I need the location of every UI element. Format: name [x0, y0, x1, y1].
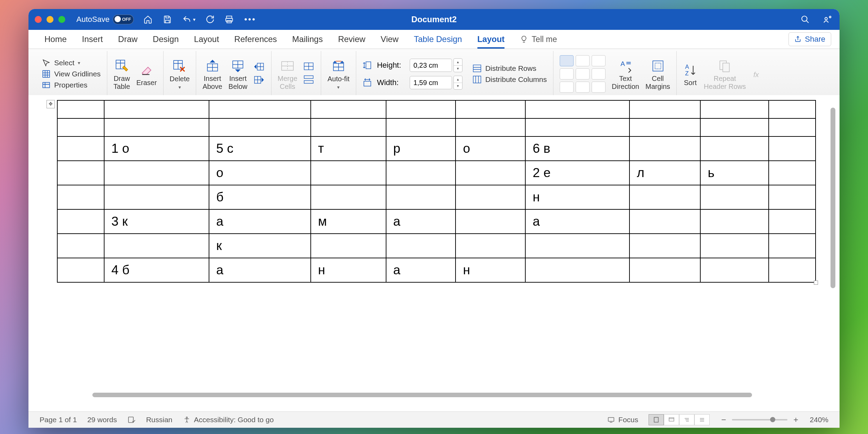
table-cell[interactable] — [57, 161, 104, 185]
autofit-button[interactable]: Auto-fit ▾ — [327, 58, 349, 90]
print-layout-view[interactable] — [649, 414, 664, 425]
table-cell[interactable]: о — [456, 136, 525, 161]
table-cell[interactable] — [769, 100, 816, 118]
print-icon[interactable] — [224, 15, 234, 24]
draft-view[interactable] — [694, 414, 710, 425]
table-cell[interactable] — [57, 258, 104, 282]
insert-left-button[interactable] — [254, 62, 265, 73]
text-direction-button[interactable]: A Text Direction — [612, 57, 639, 91]
align-mid-left[interactable] — [560, 68, 574, 80]
table-cell[interactable] — [769, 118, 816, 136]
table-cell[interactable] — [769, 185, 816, 209]
width-spinner[interactable]: ▴▾ — [453, 76, 462, 90]
table-cell[interactable] — [57, 185, 104, 209]
tab-review[interactable]: Review — [331, 30, 373, 49]
table-cell[interactable] — [104, 234, 209, 258]
split-table-button[interactable] — [303, 75, 315, 86]
undo-group[interactable]: ▾ — [182, 15, 195, 24]
table-cell[interactable] — [57, 136, 104, 161]
redo-icon[interactable] — [205, 15, 215, 24]
table-cell[interactable] — [456, 209, 525, 234]
insert-below-button[interactable]: Insert Below — [228, 57, 247, 91]
table-cell[interactable] — [456, 118, 525, 136]
table-cell[interactable] — [629, 136, 700, 161]
tab-home[interactable]: Home — [37, 30, 74, 49]
table-cell[interactable]: о — [209, 161, 311, 185]
zoom-thumb[interactable] — [770, 417, 775, 422]
table-cell[interactable]: к — [209, 234, 311, 258]
accessibility-status[interactable]: Accessibility: Good to go — [183, 416, 274, 424]
select-button[interactable]: Select ▾ — [42, 58, 101, 67]
zoom-slider[interactable] — [732, 419, 787, 420]
table-cell[interactable] — [456, 234, 525, 258]
table-cell[interactable]: м — [311, 209, 386, 234]
table-cell[interactable] — [700, 234, 769, 258]
content-table[interactable]: 1 о5 стро6 во2 ельбн3 камаак4 банан — [57, 100, 816, 283]
table-resize-handle[interactable] — [814, 281, 818, 285]
search-icon[interactable] — [800, 15, 810, 24]
table-cell[interactable] — [629, 258, 700, 282]
table-cell[interactable]: ь — [700, 161, 769, 185]
spellcheck-icon[interactable] — [127, 416, 136, 424]
table-cell[interactable]: 3 к — [104, 209, 209, 234]
table-cell[interactable]: а — [209, 258, 311, 282]
table-cell[interactable] — [104, 100, 209, 118]
table-cell[interactable] — [386, 118, 456, 136]
vertical-scrollbar[interactable] — [831, 108, 835, 288]
tab-design[interactable]: Design — [145, 30, 186, 49]
table-cell[interactable] — [525, 258, 629, 282]
table-cell[interactable] — [57, 209, 104, 234]
tab-view[interactable]: View — [373, 30, 406, 49]
width-input[interactable] — [410, 76, 452, 89]
table-cell[interactable] — [769, 161, 816, 185]
table-cell[interactable] — [386, 161, 456, 185]
minimize-window-button[interactable] — [47, 16, 53, 23]
table-cell[interactable]: 1 о — [104, 136, 209, 161]
table-cell[interactable] — [525, 118, 629, 136]
insert-above-button[interactable]: Insert Above — [202, 57, 222, 91]
table-cell[interactable] — [311, 100, 386, 118]
table-cell[interactable]: т — [311, 136, 386, 161]
table-cell[interactable] — [525, 100, 629, 118]
table-cell[interactable] — [629, 100, 700, 118]
table-cell[interactable]: а — [209, 209, 311, 234]
split-cells-button[interactable] — [303, 62, 315, 73]
autosave-control[interactable]: AutoSave OFF — [76, 15, 134, 24]
sort-button[interactable]: AZ Sort — [683, 61, 698, 87]
table-cell[interactable] — [769, 209, 816, 234]
align-bot-right[interactable] — [592, 82, 606, 93]
table-cell[interactable] — [700, 185, 769, 209]
web-layout-view[interactable] — [664, 414, 679, 425]
tab-insert[interactable]: Insert — [74, 30, 110, 49]
cell-margins-button[interactable]: Cell Margins — [645, 57, 670, 91]
table-cell[interactable] — [57, 234, 104, 258]
table-cell[interactable] — [700, 258, 769, 282]
table-cell[interactable]: 2 е — [525, 161, 629, 185]
zoom-out-button[interactable]: − — [720, 415, 727, 425]
tab-table-design[interactable]: Table Design — [406, 30, 470, 49]
distribute-cols-button[interactable]: Distribute Columns — [472, 75, 547, 84]
align-top-center[interactable] — [576, 55, 590, 66]
maximize-window-button[interactable] — [58, 16, 65, 23]
align-bot-left[interactable] — [560, 82, 574, 93]
table-cell[interactable] — [57, 100, 104, 118]
table-cell[interactable] — [629, 185, 700, 209]
height-spinner[interactable]: ▴▾ — [453, 58, 462, 72]
table-cell[interactable] — [386, 234, 456, 258]
table-cell[interactable]: 4 б — [104, 258, 209, 282]
close-window-button[interactable] — [35, 16, 42, 23]
table-cell[interactable]: р — [386, 136, 456, 161]
tab-table-layout[interactable]: Layout — [470, 30, 512, 49]
language-indicator[interactable]: Russian — [146, 416, 173, 424]
tab-references[interactable]: References — [227, 30, 285, 49]
tellme-control[interactable]: Tell me — [512, 30, 565, 49]
table-cell[interactable] — [209, 118, 311, 136]
table-cell[interactable] — [311, 234, 386, 258]
align-mid-center[interactable] — [576, 68, 590, 80]
table-cell[interactable] — [700, 118, 769, 136]
table-cell[interactable] — [311, 118, 386, 136]
tab-draw[interactable]: Draw — [110, 30, 145, 49]
table-cell[interactable]: 5 с — [209, 136, 311, 161]
focus-mode-button[interactable]: Focus — [607, 416, 638, 424]
word-count[interactable]: 29 words — [87, 416, 117, 424]
